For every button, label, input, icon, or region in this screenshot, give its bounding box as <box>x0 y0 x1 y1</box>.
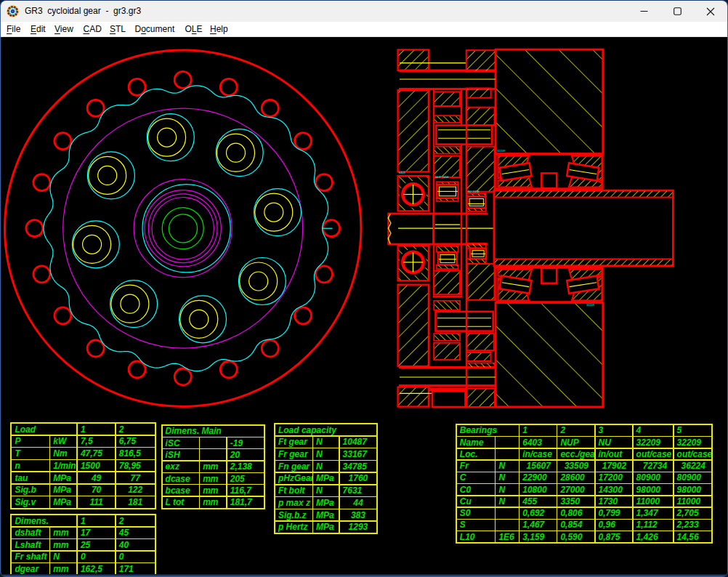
table-cell: Fr <box>457 461 495 472</box>
table-cell: Load <box>12 424 76 435</box>
case-outer-circle <box>5 50 361 406</box>
table-cell: 2 <box>116 424 155 435</box>
ring-pin-circle <box>26 220 43 237</box>
table-cell: 0,806 <box>557 508 594 519</box>
disc-hole-circle <box>72 221 119 268</box>
table-cell: 7631 <box>340 485 377 496</box>
table-cell: 0,799 <box>596 508 633 519</box>
bearing-label: NU 205E <box>468 190 480 193</box>
output-roller-circle <box>73 225 111 263</box>
minimize-button[interactable] <box>627 1 660 22</box>
cycloid-profile <box>44 86 328 371</box>
table-cell: 15607 <box>519 461 557 472</box>
table-cell: 47,75 <box>78 448 115 459</box>
bearing-label: NUP 205E <box>435 175 449 179</box>
ring-pin-circle <box>262 340 278 357</box>
table-cell: 1500 <box>78 460 115 471</box>
output-pin-circle <box>249 272 268 291</box>
disc-hole-circle <box>110 281 158 328</box>
output-roller-circle <box>111 285 149 323</box>
table-cell: Name <box>457 437 495 448</box>
table-load-capacity: Load capacityFt gearN10487Fr gearN33167F… <box>274 423 378 534</box>
disc-hole-circle <box>87 152 134 199</box>
close-button[interactable] <box>694 1 727 22</box>
table-cell: 122 <box>116 485 155 496</box>
ring-pin-circle <box>33 266 50 283</box>
output-roller-circle <box>180 300 218 338</box>
cover-main-bottom <box>398 285 429 366</box>
table-cell: L tot <box>163 497 199 508</box>
table-cell: 32209 <box>674 437 711 448</box>
table-cell: 77 <box>116 472 155 483</box>
table-cell: 1760 <box>340 473 377 484</box>
table-cell: 171 <box>116 563 155 574</box>
table-cell: 36224 <box>674 461 711 472</box>
table-cell: mm <box>50 539 76 550</box>
menu-item-3[interactable]: CAD <box>84 22 102 36</box>
table-cell: 11000 <box>674 496 711 507</box>
table-dimens: Dimens.12dshaftmm1745Lshaftmm2540Fr shaf… <box>10 514 155 576</box>
menu-item-1[interactable]: Edit <box>31 22 46 36</box>
bearing-label: 6403 <box>399 171 406 174</box>
table-cell: mm <box>50 563 76 574</box>
table-cell: -19 <box>227 437 264 448</box>
output-roller-circle <box>148 118 186 156</box>
table-cell: bcase <box>163 485 199 496</box>
table-cell: 14300 <box>596 484 633 495</box>
table-cell: Ft gear <box>275 437 312 448</box>
table-cell: Fr shaft <box>12 552 49 562</box>
window-title: GR3 cycloidal gear - gr3.gr3 <box>25 1 141 22</box>
table-cell: 49 <box>78 472 115 483</box>
section-view: 6403 NUP 205E NU 205E 32209 32209 <box>388 49 673 407</box>
table-cell: 3 <box>596 425 633 436</box>
table-cell: mm <box>200 485 226 496</box>
table-cell: dshaft <box>12 528 49 538</box>
menu-item-5[interactable]: Document <box>135 22 175 36</box>
maximize-icon <box>674 7 682 15</box>
bearing-label: 32209 <box>497 149 506 153</box>
table-cell: 181,7 <box>227 497 264 508</box>
table-cell: 4 <box>634 425 674 436</box>
table-cell: 3,159 <box>519 531 557 542</box>
output-pin-circle <box>190 310 209 328</box>
table-cell <box>496 437 518 448</box>
table-cell: N <box>496 472 518 483</box>
table-cell: 14,56 <box>674 531 711 542</box>
table-cell: C <box>457 472 495 483</box>
table-cell: MPa <box>313 509 339 520</box>
menu-item-0[interactable]: File <box>7 22 20 36</box>
minimize-icon <box>640 7 648 15</box>
table-cell: 17902 <box>596 461 633 472</box>
table-cell: 80900 <box>674 472 711 483</box>
ring-pin-circle <box>220 78 237 95</box>
table-cell: out/case <box>674 449 711 460</box>
menu-item-4[interactable]: STL <box>110 22 126 36</box>
menu-item-6[interactable]: OLE <box>185 22 203 36</box>
maximize-button[interactable] <box>660 1 694 22</box>
gap-bottom-box <box>432 391 466 407</box>
cover-main-top <box>398 90 429 172</box>
table-cell: mm <box>200 473 226 484</box>
table-cell: N <box>496 484 518 495</box>
table-cell: N <box>50 552 76 562</box>
table-cell: 0 <box>78 552 115 562</box>
table-cell: 45 <box>116 528 155 538</box>
table-cell: 28600 <box>557 472 594 483</box>
table-cell: 10800 <box>519 484 557 495</box>
ring-pin-circle <box>54 307 71 324</box>
table-cell: 11000 <box>634 496 674 507</box>
table-cell: NUP <box>557 437 594 448</box>
table-cell: Dimens. <box>12 515 76 526</box>
table-cell: Fr gear <box>275 448 312 459</box>
menu-item-2[interactable]: View <box>54 22 73 36</box>
table-cell: 7,5 <box>78 436 115 447</box>
table-cell: Nm <box>50 448 76 459</box>
table-cell: 6403 <box>519 437 557 448</box>
table-cell: kW <box>50 436 76 447</box>
ring-pin-circle <box>87 340 104 357</box>
table-cell <box>200 437 226 448</box>
table-cell: iSH <box>163 449 199 460</box>
menu-item-7[interactable]: Help <box>210 22 228 36</box>
pitch-circle <box>63 108 303 348</box>
output-pin-circle <box>83 235 102 254</box>
